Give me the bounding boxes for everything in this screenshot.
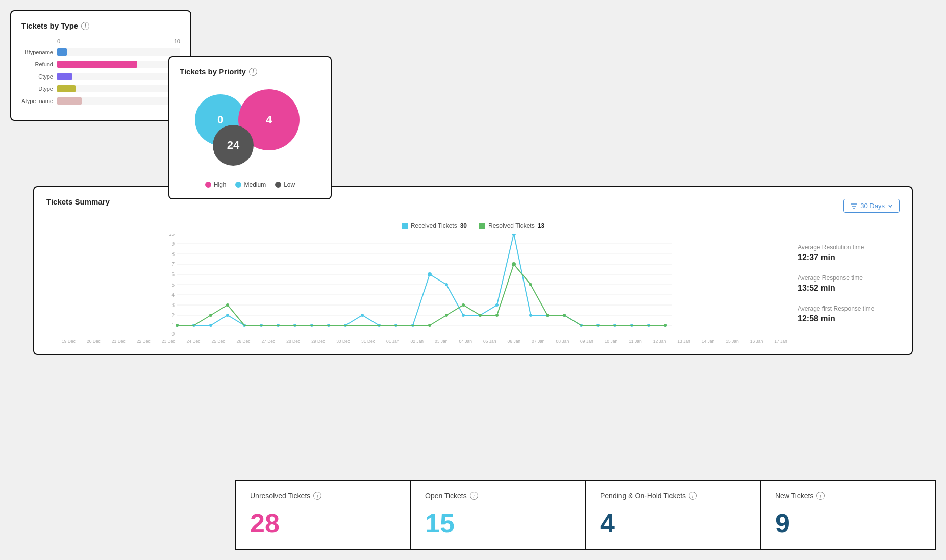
svg-point-27 (226, 314, 229, 317)
svg-text:10: 10 (169, 234, 175, 237)
stat-value: 12:37 min (798, 253, 900, 262)
summary-header: Tickets Summary 30 Days (46, 197, 900, 214)
svg-point-60 (479, 314, 482, 317)
svg-point-43 (495, 303, 499, 307)
svg-point-40 (445, 283, 448, 286)
low-value: 24 (227, 139, 239, 152)
metric-card: New Tickets i 9 (760, 480, 936, 550)
metric-title: New Tickets i (775, 492, 920, 500)
bar-row: Ctype (57, 73, 180, 80)
info-icon[interactable]: i (81, 22, 89, 30)
bottom-cards: Unresolved Tickets i 28 Open Tickets i 1… (235, 480, 936, 550)
svg-point-56 (226, 303, 229, 307)
stat-label: Average first Response time (798, 305, 900, 312)
svg-text:0: 0 (171, 331, 175, 336)
axis-labels: 0 10 (57, 38, 180, 44)
chart-legend-item: Resolved Tickets13 (479, 222, 544, 230)
priority-info-icon[interactable]: i (249, 68, 257, 76)
metric-info-icon[interactable]: i (470, 492, 478, 500)
bar-row: Atype_name (57, 97, 180, 105)
legend-label: High (214, 181, 227, 188)
stat-label: Average Resolution time (798, 244, 900, 251)
svg-point-44 (512, 234, 516, 236)
filter-icon (850, 202, 857, 210)
svg-point-66 (664, 324, 667, 327)
bubble-low: 24 (213, 125, 254, 166)
stat-value: 13:52 min (798, 284, 900, 293)
bubble-area: 0 4 24 (180, 84, 320, 176)
bar-rows-container: Btypename Refund Ctype Dtype Atype_name (57, 48, 180, 105)
metric-info-icon[interactable]: i (689, 492, 697, 500)
bar-label: Refund (20, 61, 53, 67)
metric-value: 15 (425, 508, 570, 539)
legend-square (402, 223, 408, 229)
legend-square (479, 223, 485, 229)
svg-point-39 (428, 272, 432, 276)
metric-card: Open Tickets i 15 (410, 480, 585, 550)
metric-card: Unresolved Tickets i 28 (235, 480, 410, 550)
legend-item-count: 30 (460, 222, 467, 230)
svg-point-65 (563, 314, 566, 317)
svg-point-26 (209, 324, 212, 327)
metric-info-icon[interactable]: i (313, 492, 321, 500)
summary-title: Tickets Summary (46, 197, 110, 206)
legend-item: High (205, 181, 227, 188)
bar-label: Btypename (20, 49, 53, 55)
bar-track (57, 97, 180, 105)
high-value: 4 (266, 113, 272, 126)
stat-item: Average first Response time12:58 min (798, 305, 900, 323)
metric-title: Open Tickets i (425, 492, 570, 500)
bar-track (57, 48, 180, 56)
title-text: Tickets by Type (21, 21, 78, 30)
stats-panel: Average Resolution time12:37 minAverage … (798, 234, 900, 344)
stat-item: Average Response time13:52 min (798, 274, 900, 293)
x-axis-labels: 19 Dec20 Dec21 Dec22 Dec23 Dec 24 Dec25 … (46, 339, 787, 344)
stat-label: Average Response time (798, 274, 900, 282)
chevron-down-icon (888, 203, 893, 209)
tickets-summary-card: Tickets Summary 30 Days Received Tickets… (33, 186, 913, 355)
legend-dot (205, 182, 211, 188)
bar-label: Dtype (20, 86, 53, 92)
bar-fill (57, 97, 82, 105)
bar-fill (57, 73, 72, 80)
svg-text:9: 9 (171, 241, 175, 247)
metric-card: Pending & On-Hold Tickets i 4 (585, 480, 760, 550)
bar-track (57, 61, 180, 68)
bar-row: Btypename (57, 48, 180, 56)
legend-label: Low (284, 181, 295, 188)
tickets-by-type-card: Tickets by Type i 0 10 Btypename Refund … (10, 10, 191, 121)
legend-item: Low (275, 181, 295, 188)
svg-text:8: 8 (171, 251, 175, 257)
bar-label: Atype_name (20, 98, 53, 104)
svg-text:6: 6 (171, 272, 175, 277)
bar-fill (57, 61, 137, 68)
metric-title: Pending & On-Hold Tickets i (600, 492, 745, 500)
metric-info-icon[interactable]: i (816, 492, 825, 500)
chart-legend: Received Tickets30Resolved Tickets13 (46, 222, 900, 230)
line-chart-wrap: 10 9 8 7 6 5 4 3 2 1 0 (46, 234, 787, 344)
bar-row: Refund (57, 61, 180, 68)
tickets-by-priority-title: Tickets by Priority i (180, 67, 320, 76)
svg-point-55 (209, 314, 212, 317)
legend-item: Medium (235, 181, 266, 188)
filter-button[interactable]: 30 Days (843, 199, 900, 213)
metric-title-text: Open Tickets (425, 492, 467, 500)
svg-point-63 (529, 283, 532, 286)
svg-point-61 (495, 314, 499, 317)
svg-text:2: 2 (171, 313, 175, 318)
svg-text:7: 7 (171, 262, 175, 267)
svg-point-54 (176, 324, 179, 327)
svg-text:1: 1 (171, 323, 175, 328)
legend-item-count: 13 (538, 222, 544, 230)
axis-max: 10 (174, 38, 180, 44)
medium-value: 0 (217, 113, 223, 126)
tickets-by-priority-card: Tickets by Priority i 0 4 24 HighMediumL… (168, 56, 332, 199)
metric-title: Unresolved Tickets i (250, 492, 395, 500)
svg-text:4: 4 (171, 292, 175, 298)
bar-fill (57, 85, 76, 92)
chart-legend-item: Received Tickets30 (402, 222, 467, 230)
svg-point-45 (529, 314, 532, 317)
svg-point-57 (428, 324, 431, 327)
stat-item: Average Resolution time12:37 min (798, 244, 900, 262)
metric-title-text: Pending & On-Hold Tickets (600, 492, 686, 500)
